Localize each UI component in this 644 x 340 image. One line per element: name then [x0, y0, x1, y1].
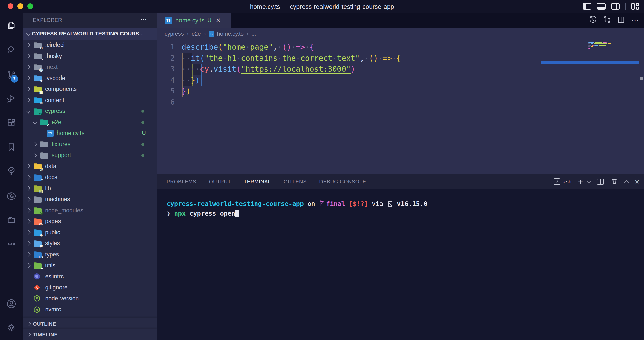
chevron-down-icon [26, 32, 31, 36]
history-icon[interactable] [589, 16, 597, 25]
tree-root-folder[interactable]: CYPRESS-REALWORLD-TESTING-COURS... [23, 28, 157, 40]
chevron-right-icon [33, 153, 37, 157]
split-terminal-icon[interactable] [597, 179, 604, 185]
terminal-dropdown-chevron-icon[interactable] [587, 180, 591, 184]
code-editor[interactable]: 1describe("home·page",·()·=>·{2··it("the… [157, 40, 644, 187]
tree-item-dot-next[interactable]: Ⓝ.next [23, 62, 157, 73]
chevron-right-icon [26, 65, 31, 69]
outline-label: OUTLINE [33, 321, 56, 327]
line-number: 2 [157, 53, 175, 64]
terminal-profile[interactable]: zsh [554, 178, 572, 185]
tree-item-docs[interactable]: ≡docs [23, 172, 157, 183]
git-modified-dot [141, 154, 144, 157]
tree-item-dot-eslintrc[interactable]: .eslintrc [23, 271, 157, 282]
run-debug-icon[interactable] [0, 90, 23, 106]
terminal-output[interactable]: cypress-realworld-testing-course-app on … [167, 200, 427, 218]
compare-changes-icon[interactable] [603, 16, 611, 25]
tree-item-dot-node-version[interactable]: JS.node-version [23, 293, 157, 304]
panel-tab-terminal[interactable]: TERMINAL [244, 174, 271, 189]
split-editor-icon[interactable] [617, 16, 625, 25]
chevron-down-icon [26, 109, 31, 113]
tree-item-components[interactable]: ▦components [23, 84, 157, 95]
bookmarks-icon[interactable] [0, 139, 23, 155]
customize-layout-icon[interactable] [631, 3, 639, 10]
tree-item-home.cy.ts[interactable]: TShome.cy.tsU [23, 128, 157, 139]
modified-badge: U [207, 17, 211, 24]
search-icon[interactable] [0, 42, 23, 58]
toggle-secondary-sidebar-icon[interactable] [611, 3, 620, 10]
chevron-right-icon [26, 43, 31, 47]
tree-item-dot-gitignore[interactable]: .gitignore [23, 282, 157, 293]
folder-circleci: ⊙ [33, 42, 42, 49]
panel-tab-gitlens[interactable]: GITLENS [284, 174, 307, 189]
toggle-sidebar-icon[interactable] [583, 3, 591, 10]
tree-item-public[interactable]: ⊕public [23, 227, 157, 238]
tab-home-cy-ts[interactable]: TS home.cy.ts U × [157, 13, 231, 28]
tree-item-machines[interactable]: machines [23, 194, 157, 205]
chevron-right-icon [26, 252, 31, 257]
tree-item-label: content [45, 97, 64, 104]
panel-tab-debug-console[interactable]: DEBUG CONSOLE [319, 174, 366, 189]
tree-item-types[interactable]: TStypes [23, 249, 157, 260]
tree-item-support[interactable]: support [23, 150, 157, 161]
tree-item-content[interactable]: ≣content [23, 95, 157, 106]
settings-gear-icon[interactable] [0, 320, 23, 336]
activity-bar: 7 [0, 13, 23, 340]
tree-item-dot-husky[interactable]: ∴.husky [23, 51, 157, 62]
git-untracked-badge: U [142, 130, 146, 136]
breadcrumb-cypress[interactable]: cypress [165, 31, 184, 37]
chevron-right-icon [33, 142, 37, 146]
tree-item-node_modules[interactable]: ⬡node_modules [23, 205, 157, 216]
more-views-icon[interactable] [0, 236, 23, 252]
sidebar-title: EXPLORER [33, 17, 62, 23]
tree-item-label: .vscode [45, 75, 65, 82]
tree-item-pages[interactable]: <>pages [23, 216, 157, 227]
toggle-panel-icon[interactable] [597, 3, 606, 10]
tree-item-label: node_modules [45, 207, 83, 214]
tree-item-styles[interactable]: ≋styles [23, 238, 157, 249]
terminal-line-2: ❯ npx cypress open [167, 209, 427, 218]
chevron-right-icon [26, 98, 31, 102]
minimap-current-line [541, 61, 639, 64]
tree-item-data[interactable]: ◎data [23, 161, 157, 172]
extensions-icon[interactable] [0, 115, 23, 131]
breadcrumb-e2e[interactable]: e2e [192, 31, 201, 37]
folder-content: ≣ [33, 97, 42, 104]
tree-item-dot-circleci[interactable]: ⊙.circleci [23, 40, 157, 51]
breadcrumb-file[interactable]: home.cy.ts [217, 31, 244, 37]
close-tab-icon[interactable]: × [216, 16, 220, 25]
tree-item-label: .eslintrc [44, 273, 64, 280]
account-icon[interactable] [0, 296, 23, 312]
line-number: 6 [157, 97, 175, 108]
tree-item-dot-nvmrc[interactable]: JS.nvmrc [23, 304, 157, 315]
folder-husky: ∴ [33, 52, 42, 60]
todo-tree-icon[interactable] [0, 163, 23, 179]
explorer-more-actions-icon[interactable]: ⋯ [140, 15, 147, 23]
tree-item-fixtures[interactable]: fixtures [23, 139, 157, 150]
source-control-icon[interactable]: 7 [0, 66, 23, 83]
maximize-panel-icon[interactable] [624, 180, 629, 185]
tree-item-dot-vscode[interactable]: ❖.vscode [23, 73, 157, 84]
breadcrumb-symbol[interactable]: ... [251, 31, 256, 37]
close-panel-icon[interactable]: × [635, 177, 639, 186]
outline-section-header[interactable]: OUTLINE [23, 318, 157, 329]
tree-item-cypress[interactable]: cycypress [23, 106, 157, 117]
tree-item-utils[interactable]: +utils [23, 260, 157, 271]
trash-icon[interactable] [611, 177, 618, 186]
panel-tab-output[interactable]: OUTPUT [209, 174, 231, 189]
gitlens-icon[interactable] [0, 188, 23, 204]
explorer-icon[interactable] [0, 17, 23, 33]
timeline-label: TIMELINE [33, 332, 58, 338]
timeline-section-header[interactable]: TIMELINE [23, 329, 157, 340]
panel-tab-problems[interactable]: PROBLEMS [167, 174, 196, 189]
project-manager-icon[interactable] [0, 212, 23, 228]
tree-item-e2e[interactable]: ✔e2e [23, 117, 157, 128]
tree-item-label: data [45, 163, 56, 170]
more-actions-icon[interactable]: ⋯ [631, 16, 639, 25]
chevron-right-icon [26, 186, 31, 191]
tree-item-lib[interactable]: ▤lib [23, 183, 157, 194]
editor-scrollbar-thumb[interactable] [640, 77, 643, 80]
new-terminal-icon[interactable]: + [578, 177, 583, 187]
folder-e2e: ✔ [40, 119, 49, 126]
minimap[interactable] [588, 42, 639, 49]
